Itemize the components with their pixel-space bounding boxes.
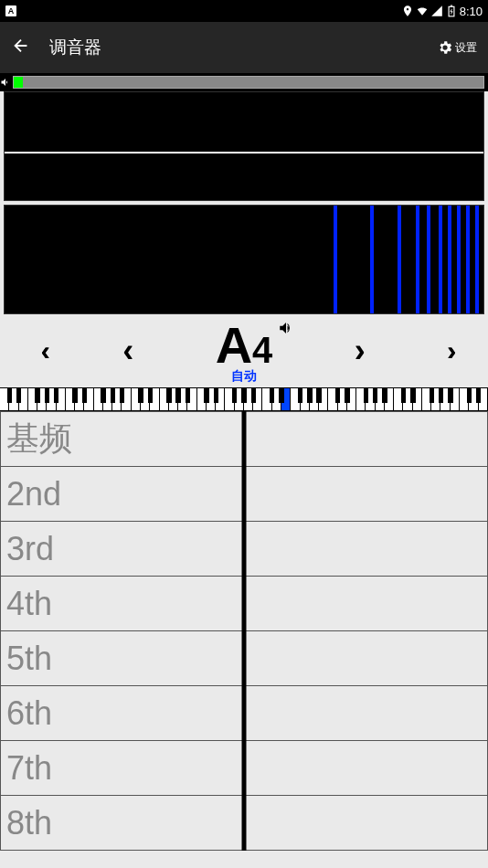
harmonic-label: 2nd [1, 467, 245, 522]
white-key[interactable] [262, 388, 271, 410]
harmonic-value [244, 577, 488, 631]
harmonic-value [244, 686, 488, 741]
white-key[interactable] [460, 388, 469, 410]
white-key[interactable] [272, 388, 281, 410]
white-key[interactable] [160, 388, 169, 410]
white-key[interactable] [451, 388, 460, 410]
white-key[interactable] [225, 388, 234, 410]
note-selector: ‹‹ ‹ A4 自动 › ›› [0, 314, 488, 387]
waveform-display [4, 91, 484, 201]
white-key[interactable] [328, 388, 337, 410]
white-key[interactable] [9, 388, 18, 410]
white-key[interactable] [235, 388, 244, 410]
harmonic-label: 基频 [1, 412, 245, 467]
note-octave: 4 [252, 332, 272, 368]
piano-keyboard[interactable] [0, 387, 488, 411]
location-icon [401, 5, 414, 17]
battery-icon [445, 5, 458, 17]
white-key[interactable] [47, 388, 56, 410]
white-key[interactable] [103, 388, 112, 410]
speaker-icon [0, 77, 11, 88]
volume-meter [0, 73, 488, 91]
harmonic-value [244, 631, 488, 686]
harmonic-value [244, 741, 488, 796]
white-key[interactable] [187, 388, 196, 410]
white-key[interactable] [169, 388, 178, 410]
white-key[interactable] [122, 388, 131, 410]
harmonic-label: 5th [1, 631, 245, 686]
next-note-button[interactable]: › [355, 332, 366, 370]
status-bar: A 8:10 [0, 0, 488, 22]
harmonic-label: 3rd [1, 522, 245, 577]
white-key[interactable] [440, 388, 450, 410]
white-key[interactable] [216, 388, 225, 410]
white-key[interactable] [253, 388, 262, 410]
white-key[interactable] [394, 388, 403, 410]
page-title: 调音器 [49, 36, 419, 59]
white-key[interactable] [141, 388, 150, 410]
white-key[interactable] [281, 388, 291, 410]
current-note[interactable]: A4 自动 [216, 320, 273, 382]
white-key[interactable] [132, 388, 141, 410]
white-key[interactable] [207, 388, 216, 410]
settings-label: 设置 [455, 40, 477, 56]
white-key[interactable] [19, 388, 28, 410]
white-key[interactable] [413, 388, 422, 410]
note-letter: A [216, 320, 252, 371]
white-key[interactable] [75, 388, 84, 410]
white-key[interactable] [385, 388, 394, 410]
app-indicator-icon: A [5, 5, 16, 16]
clock-text: 8:10 [460, 5, 483, 18]
harmonic-label: 7th [1, 741, 245, 796]
white-key[interactable] [301, 388, 310, 410]
harmonic-value [244, 412, 488, 467]
white-key[interactable] [291, 388, 300, 410]
wifi-icon [416, 5, 429, 17]
harmonic-label: 6th [1, 686, 245, 741]
white-key[interactable] [112, 388, 122, 410]
white-key[interactable] [338, 388, 347, 410]
center-divider [242, 411, 247, 851]
signal-icon [430, 5, 443, 17]
harmonic-label: 4th [1, 577, 245, 631]
white-key[interactable] [0, 388, 9, 410]
white-key[interactable] [66, 388, 75, 410]
harmonic-value [244, 796, 488, 851]
gear-icon [437, 39, 453, 56]
white-key[interactable] [84, 388, 93, 410]
white-key[interactable] [244, 388, 253, 410]
white-key[interactable] [197, 388, 207, 410]
white-key[interactable] [347, 388, 356, 410]
spectrum-display [4, 205, 484, 314]
harmonic-value [244, 467, 488, 522]
white-key[interactable] [319, 388, 328, 410]
auto-mode-label: 自动 [231, 369, 257, 382]
white-key[interactable] [310, 388, 319, 410]
white-key[interactable] [356, 388, 366, 410]
white-key[interactable] [94, 388, 103, 410]
play-note-icon[interactable] [278, 320, 294, 339]
harmonic-label: 8th [1, 796, 245, 851]
white-key[interactable] [431, 388, 440, 410]
white-key[interactable] [479, 388, 488, 410]
white-key[interactable] [37, 388, 47, 410]
white-key[interactable] [469, 388, 478, 410]
harmonic-value [244, 522, 488, 577]
white-key[interactable] [28, 388, 37, 410]
white-key[interactable] [403, 388, 412, 410]
volume-bar [13, 76, 484, 89]
white-key[interactable] [150, 388, 159, 410]
action-bar: 调音器 设置 [0, 22, 488, 73]
settings-button[interactable]: 设置 [437, 39, 477, 56]
white-key[interactable] [178, 388, 187, 410]
white-key[interactable] [57, 388, 66, 410]
white-key[interactable] [376, 388, 385, 410]
white-key[interactable] [422, 388, 431, 410]
back-button[interactable] [11, 36, 31, 59]
white-key[interactable] [366, 388, 375, 410]
prev-note-button[interactable]: ‹ [122, 332, 133, 370]
